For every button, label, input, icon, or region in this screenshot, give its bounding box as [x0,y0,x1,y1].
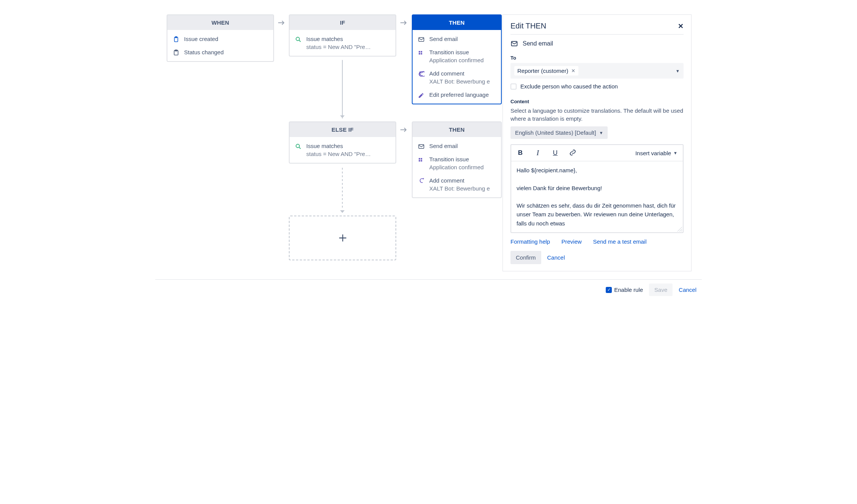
svg-rect-14 [421,158,422,160]
chevron-down-icon[interactable]: ▼ [676,69,680,73]
elseif-condition[interactable]: Issue matches status = New AND "Pre… [290,139,395,161]
arrow-right-icon [399,125,408,134]
svg-rect-7 [421,51,422,53]
action-text: Add comment XALT Bot: Bewerbung e [429,69,490,85]
transition-icon [418,49,425,56]
bold-button[interactable]: B [517,149,524,157]
clipboard-icon [173,36,180,43]
when-item-label: Status changed [184,48,224,56]
to-chip[interactable]: Reporter (customer) ✕ [514,66,578,76]
chip-remove-icon[interactable]: ✕ [571,68,575,74]
editor-textarea[interactable]: Hallo ${recipient.name}, vielen Dank für… [511,161,683,232]
to-label: To [510,55,684,61]
footer-cancel-button[interactable]: Cancel [679,287,696,293]
action-text: Transition issue Application confirmed [429,155,484,171]
connector-line [342,60,343,121]
formatting-help-link[interactable]: Formatting help [510,238,550,245]
then-action-comment[interactable]: Add comment XALT Bot: Bewerbung e [413,174,501,195]
arrow-down-icon [339,114,345,121]
action-text: Add comment XALT Bot: Bewerbung e [429,176,490,192]
svg-point-4 [296,37,299,41]
insert-variable-button[interactable]: Insert variable ▼ [635,150,677,156]
when-item-status-changed[interactable]: Status changed [167,46,273,59]
action-label: Send email [429,142,458,150]
chevron-down-icon: ▼ [599,131,603,135]
enable-rule-label: Enable rule [614,287,643,293]
action-label: Send email [429,35,458,43]
then-action-edit-lang[interactable]: Edit preferred language [413,88,501,101]
when-header: WHEN [167,15,273,30]
enable-rule-toggle[interactable]: ✓ Enable rule [606,287,643,293]
checkbox-checked-icon[interactable]: ✓ [606,287,612,293]
rich-text-editor: B I U Insert variable ▼ Hallo ${recipien… [510,144,684,233]
svg-rect-8 [419,53,420,55]
then-action-send-email[interactable]: Send email [413,32,501,46]
then-action-comment[interactable]: Add comment XALT Bot: Bewerbung e [413,67,501,88]
arrow-down-icon [339,209,345,216]
content-label: Content [510,99,684,104]
action-label: Add comment [429,176,490,184]
then-action-send-email[interactable]: Send email [413,139,501,153]
editor-toolbar: B I U Insert variable ▼ [511,145,683,161]
action-label: Add comment [429,69,490,77]
chevron-down-icon: ▼ [673,151,677,155]
exclude-label: Exclude person who caused the action [520,83,618,90]
action-sub: XALT Bot: Bewerbung e [429,77,490,85]
preview-link[interactable]: Preview [561,238,581,245]
panel-title: Edit THEN [510,22,546,30]
to-select[interactable]: Reporter (customer) ✕ ▼ [510,63,684,79]
mail-icon [418,36,425,43]
close-icon[interactable]: ✕ [678,22,684,30]
then-card[interactable]: THEN Send email Transition issue Applica… [412,121,502,198]
exclude-checkbox-row[interactable]: Exclude person who caused the action [510,83,684,90]
search-icon [295,143,302,150]
connector-dashed [342,168,343,215]
then-action-transition[interactable]: Transition issue Application confirmed [413,153,501,174]
chip-label: Reporter (customer) [517,68,568,74]
transition-icon [418,156,425,163]
condition-label: Issue matches [306,142,371,150]
svg-rect-16 [421,160,422,162]
insert-variable-label: Insert variable [635,150,671,156]
editor-links: Formatting help Preview Send me a test e… [510,233,684,251]
condition-label: Issue matches [306,35,371,43]
then-header: THEN [413,122,501,137]
when-card[interactable]: WHEN Issue created Status changed [167,14,274,62]
if-card[interactable]: IF Issue matches status = New AND "Pre… [289,14,396,57]
automation-canvas: WHEN Issue created Status changed IF [155,0,702,300]
svg-rect-13 [419,158,420,160]
svg-rect-6 [419,51,420,53]
save-button[interactable]: Save [649,284,673,296]
mail-icon [418,143,425,150]
if-condition[interactable]: Issue matches status = New AND "Pre… [290,32,395,54]
if-header: IF [290,15,395,30]
test-email-link[interactable]: Send me a test email [593,238,647,245]
action-label: Edit preferred language [429,91,489,99]
mail-icon [510,40,518,47]
resize-grip-icon[interactable] [677,227,682,232]
checkbox-unchecked[interactable] [510,83,517,90]
action-text: Transition issue Application confirmed [429,48,484,64]
then-header: THEN [413,15,501,30]
cancel-button[interactable]: Cancel [547,254,565,261]
underline-button[interactable]: U [551,149,559,157]
confirm-button[interactable]: Confirm [510,251,541,264]
editor-content: Hallo ${recipient.name}, vielen Dank für… [517,166,677,228]
action-label: Transition issue [429,155,484,163]
link-button[interactable] [569,149,577,157]
italic-button[interactable]: I [534,149,542,157]
elseif-card[interactable]: ELSE IF Issue matches status = New AND "… [289,121,396,164]
condition-sub: status = New AND "Pre… [306,150,371,158]
plus-icon [337,233,348,243]
panel-action-label: Send email [523,40,553,47]
action-sub: Application confirmed [429,163,484,171]
when-item-issue-created[interactable]: Issue created [167,32,273,46]
search-icon [295,36,302,43]
then-card-selected[interactable]: THEN Send email Transition issue Applica… [412,14,502,104]
language-select[interactable]: English (United States) [Default] ▼ [510,126,608,139]
svg-rect-9 [421,53,422,55]
action-sub: Application confirmed [429,56,484,64]
then-action-transition[interactable]: Transition issue Application confirmed [413,46,501,67]
add-block-button[interactable] [289,216,396,260]
elseif-header: ELSE IF [290,122,395,137]
